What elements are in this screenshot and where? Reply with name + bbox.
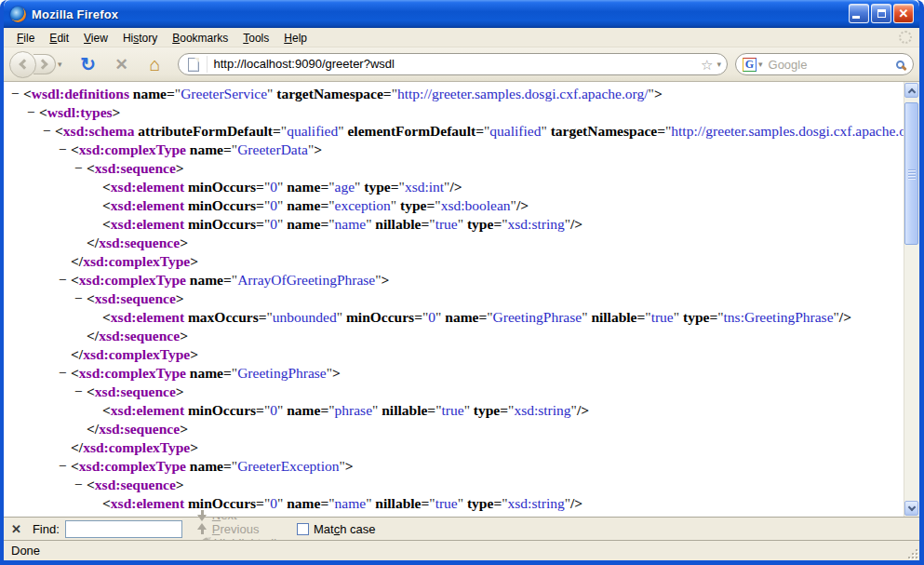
collapse-toggle-icon[interactable]: − — [11, 85, 23, 103]
xml-line: </xsd:sequence> — [4, 327, 904, 345]
menu-bookmarks[interactable]: Bookmarks — [165, 30, 235, 47]
reload-icon: ↻ — [80, 53, 96, 75]
menu-bar: FileEditViewHistoryBookmarksToolsHelp — [4, 28, 919, 47]
find-previous-button[interactable]: Previous — [197, 522, 276, 536]
down-arrow-icon — [197, 509, 208, 521]
xml-line: −<xsd:complexType name="GreetingPhrase"> — [4, 364, 904, 383]
stop-button[interactable]: ✕ — [110, 52, 134, 76]
collapse-toggle-icon[interactable]: − — [74, 476, 87, 494]
minimize-button[interactable] — [849, 4, 869, 23]
window-title: Mozilla Firefox — [32, 7, 118, 21]
match-case-checkbox[interactable] — [297, 523, 309, 535]
collapse-toggle-icon[interactable]: − — [74, 383, 87, 401]
search-engine-icon[interactable]: G — [743, 58, 757, 72]
close-button[interactable]: ✕ — [893, 4, 914, 23]
xml-line: −<xsd:sequence> — [4, 159, 904, 178]
xml-line: −<wsdl:definitions name="GreeterService"… — [4, 85, 904, 103]
menu-help[interactable]: Help — [276, 30, 315, 47]
firefox-icon — [10, 7, 26, 22]
reload-button[interactable]: ↻ — [76, 52, 100, 76]
page-favicon-icon — [188, 58, 199, 72]
location-dropdown-icon[interactable]: ▾ — [716, 60, 721, 69]
scrollbar-thumb[interactable] — [904, 102, 918, 245]
menu-view[interactable]: View — [76, 30, 115, 47]
xml-line: −<xsd:complexType name="GreeterException… — [4, 457, 904, 476]
search-input[interactable]: Google — [763, 58, 896, 72]
bookmark-star-icon[interactable]: ☆ — [701, 58, 713, 72]
xml-line: −<xsd:sequence> — [4, 476, 904, 494]
xml-line: −<xsd:complexType name="ArrayOfGreetingP… — [4, 271, 904, 289]
xml-line: </xsd:sequence> — [4, 420, 904, 438]
xml-document: −<wsdl:definitions name="GreeterService"… — [4, 82, 904, 517]
collapse-toggle-icon[interactable]: − — [59, 141, 71, 159]
collapse-toggle-icon[interactable]: − — [59, 457, 71, 476]
xml-line: </xsd:sequence> — [4, 513, 904, 517]
xml-line: −<wsdl:types> — [4, 103, 904, 122]
window-controls: ✕ — [849, 4, 914, 23]
maximize-button[interactable] — [871, 4, 891, 23]
status-bar: Done — [4, 540, 919, 560]
xml-line: <xsd:element minOccurs="0" name="name" n… — [4, 494, 904, 513]
xml-line: <xsd:element maxOccurs="unbounded" minOc… — [4, 308, 904, 327]
search-icon[interactable] — [896, 61, 904, 69]
find-close-icon[interactable]: ✕ — [11, 523, 21, 535]
firefox-window: Mozilla Firefox ✕ FileEditViewHistoryBoo… — [0, 0, 924, 565]
collapse-toggle-icon[interactable]: − — [74, 159, 87, 178]
forward-button[interactable] — [33, 54, 56, 74]
xml-line: −<xsd:complexType name="GreeterData"> — [4, 141, 904, 159]
history-dropdown-icon[interactable]: ▾ — [58, 60, 62, 69]
menu-history[interactable]: History — [115, 30, 165, 47]
menu-file[interactable]: File — [9, 30, 42, 47]
vertical-scrollbar[interactable] — [904, 82, 919, 517]
menu-tools[interactable]: Tools — [235, 30, 276, 47]
navigation-toolbar: ▾ ↻ ✕ ⌂ http://localhost:9090/greeter?ws… — [4, 47, 919, 82]
home-icon: ⌂ — [149, 54, 160, 75]
forward-icon — [37, 59, 47, 69]
xml-line: <xsd:element minOccurs="0" name="name" n… — [4, 215, 904, 234]
page-content: −<wsdl:definitions name="GreeterService"… — [4, 82, 919, 517]
scroll-down-icon — [907, 503, 915, 510]
scroll-down-button[interactable] — [904, 501, 918, 516]
scroll-up-button[interactable] — [904, 83, 918, 98]
back-button[interactable] — [9, 51, 36, 78]
url-input[interactable]: http://localhost:9090/greeter?wsdl — [207, 56, 699, 73]
find-input[interactable] — [65, 520, 182, 538]
location-bar[interactable]: http://localhost:9090/greeter?wsdl ☆ ▾ — [178, 53, 728, 75]
title-bar[interactable]: Mozilla Firefox ✕ — [4, 0, 919, 28]
find-label: Find: — [33, 522, 60, 536]
scroll-up-icon — [907, 87, 915, 95]
menu-edit[interactable]: Edit — [42, 30, 76, 47]
close-icon: ✕ — [899, 7, 909, 20]
xml-line: <xsd:element minOccurs="0" name="phrase"… — [4, 401, 904, 420]
back-forward-group: ▾ — [9, 51, 62, 78]
xml-line: </xsd:complexType> — [4, 252, 904, 271]
xml-line: </xsd:complexType> — [4, 438, 904, 457]
xml-line: <xsd:element minOccurs="0" name="excepti… — [4, 196, 904, 215]
match-case-label: Match case — [314, 522, 375, 536]
stop-icon: ✕ — [114, 55, 127, 74]
up-arrow-icon — [197, 523, 208, 535]
xml-line: <xsd:element minOccurs="0" name="age" ty… — [4, 178, 904, 196]
collapse-toggle-icon[interactable]: − — [43, 122, 55, 141]
back-icon — [19, 59, 29, 69]
search-bar[interactable]: G ▾ Google — [735, 53, 914, 75]
activity-throbber-icon — [899, 31, 912, 44]
xml-line: </xsd:sequence> — [4, 234, 904, 252]
collapse-toggle-icon[interactable]: − — [59, 271, 71, 289]
collapse-toggle-icon[interactable]: − — [74, 289, 87, 308]
collapse-toggle-icon[interactable]: − — [27, 103, 39, 122]
find-bar: ✕ Find: NextPreviousHighlight all Match … — [4, 517, 919, 540]
maximize-icon — [877, 9, 886, 18]
minimize-icon — [852, 16, 860, 19]
xml-line: −<xsd:sequence> — [4, 383, 904, 401]
status-text: Done — [11, 544, 40, 558]
home-button[interactable]: ⌂ — [143, 52, 167, 76]
xml-line: −<xsd:sequence> — [4, 289, 904, 308]
xml-line: </xsd:complexType> — [4, 345, 904, 364]
resize-grip[interactable] — [905, 546, 917, 558]
xml-line: −<xsd:schema attributeFormDefault="quali… — [4, 122, 904, 141]
collapse-toggle-icon[interactable]: − — [59, 364, 71, 383]
